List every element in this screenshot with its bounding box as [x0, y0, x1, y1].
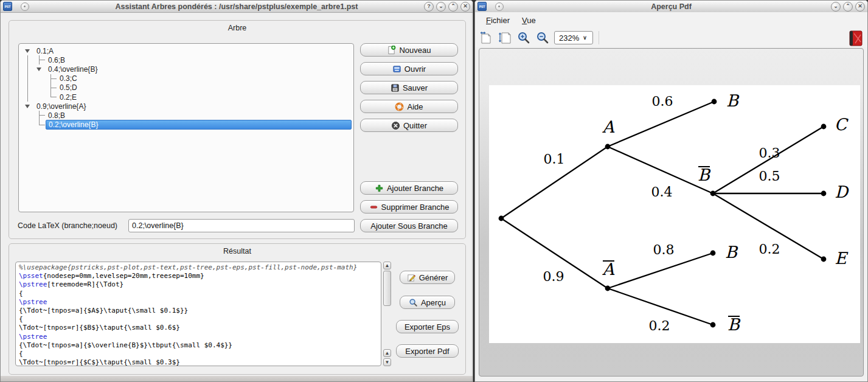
- minus-icon: [369, 203, 378, 212]
- maximize-button[interactable]: ⌃: [843, 2, 853, 12]
- edge-probability-label: 0.8: [653, 242, 675, 257]
- zoom-out-icon[interactable]: [535, 30, 550, 45]
- tree-guide-line: [34, 55, 46, 64]
- pdf-book-icon[interactable]: [848, 30, 864, 47]
- quitter-button[interactable]: Quitter: [360, 119, 458, 132]
- tree-item[interactable]: 0.2;E: [19, 92, 353, 102]
- supprimer-branche-label: Supprimer Branche: [381, 203, 450, 212]
- code-line: {: [19, 350, 378, 358]
- ajouter-branche-button[interactable]: Ajouter Branche: [360, 181, 458, 195]
- fit-page-icon[interactable]: [498, 30, 512, 45]
- tree-item[interactable]: 0.6;B: [19, 55, 353, 64]
- code-line: \psset{nodesep=0mm,levelsep=20mm,treesep…: [19, 272, 378, 280]
- menu-vue[interactable]: Vue: [517, 14, 541, 27]
- new-document-icon: [387, 46, 396, 55]
- edge-probability-label: 0.9: [543, 269, 564, 284]
- edge-probability-label: 0.1: [544, 151, 565, 167]
- tree-list[interactable]: 0.1;A0.6;B0.4;\overline{B}0.3;C0.5;D0.2;…: [18, 43, 354, 212]
- tree-node-dot: [821, 257, 827, 262]
- tree-item[interactable]: 0.8;B: [19, 111, 353, 120]
- apercu-button[interactable]: Aperçu: [400, 296, 455, 309]
- tree-item[interactable]: 0.5;D: [19, 83, 353, 92]
- tree-item[interactable]: 0.1;A: [19, 46, 353, 55]
- exporter-eps-label: Exporter Eps: [404, 322, 450, 332]
- generer-button[interactable]: Générer: [400, 271, 455, 284]
- fit-width-icon[interactable]: [479, 30, 493, 45]
- exporter-eps-button[interactable]: Exporter Eps: [396, 320, 459, 333]
- zoom-in-icon[interactable]: [516, 30, 531, 45]
- zoom-level-value: 232%: [559, 33, 579, 43]
- minimize-button[interactable]: ⌄: [436, 2, 446, 12]
- minimize-button[interactable]: ⌄: [831, 2, 841, 12]
- supprimer-branche-button[interactable]: Supprimer Branche: [360, 200, 458, 214]
- menu-fichier[interactable]: Fichier: [481, 14, 515, 27]
- sauver-button[interactable]: Sauver: [360, 81, 458, 94]
- menubar: FichierVue: [475, 12, 867, 29]
- tree-guide-line: [23, 83, 34, 92]
- tree-item[interactable]: 0.9;\overline{A}: [19, 102, 353, 111]
- expander-icon[interactable]: [34, 64, 46, 74]
- tree-item-label: 0.5;D: [57, 83, 80, 92]
- arbre-group-label: Arbre: [9, 24, 465, 32]
- edge-probability-label: 0.5: [759, 168, 780, 184]
- apercu-pdf-window: PST Aperçu Pdf ⌄ ⌃ ✕ FichierVue: [474, 0, 868, 382]
- code-line: \Tdot~[tnpos=r]{$B$}\taput{\small $0.6$}: [19, 324, 378, 332]
- scroll-up2-icon[interactable]: ▲: [383, 349, 391, 357]
- ajouter-sous-branche-button[interactable]: Ajouter Sous Branche: [360, 219, 458, 232]
- tree-node-dot: [605, 144, 611, 150]
- expander-icon[interactable]: [23, 102, 34, 111]
- code-line: \Tdot~[tnpos=r]{$C$}\taput{\small $0.3$}: [19, 358, 378, 366]
- ouvrir-button[interactable]: Ouvrir: [360, 62, 458, 75]
- node-label: B: [725, 243, 738, 262]
- maximize-button[interactable]: ⌃: [448, 2, 458, 12]
- resultat-group-label: Résultat: [9, 247, 465, 255]
- code-line: {\Tdot~[tnpos=a]{$A$}\taput{\small $0.1$…: [19, 307, 378, 315]
- assistant-titlebar[interactable]: PST Assistant Arbres pondérés : /usr/sha…: [1, 1, 473, 13]
- code-line: \pstree[treemode=R]{\Tdot}: [19, 280, 378, 289]
- close-button[interactable]: ✕: [855, 2, 865, 12]
- zoom-level-combo[interactable]: 232% ∨: [554, 31, 593, 44]
- toolbar-separator: [599, 31, 599, 44]
- quitter-label: Quitter: [403, 121, 427, 130]
- code-latex-input[interactable]: [128, 219, 355, 232]
- scrollbar-thumb[interactable]: [383, 271, 391, 306]
- scroll-up-icon[interactable]: ▲: [383, 262, 391, 269]
- tree-node-dot: [605, 286, 611, 291]
- magnifier-icon: [409, 298, 418, 307]
- scroll-down-icon[interactable]: ▼: [383, 358, 391, 366]
- pencil-icon: [407, 273, 416, 282]
- pdf-toolbar: 232% ∨: [475, 29, 867, 47]
- help-button[interactable]: ?: [424, 2, 434, 12]
- tree-guide-line: [23, 55, 34, 64]
- tree-item-label: 0.3;C: [57, 74, 80, 83]
- tree-item-label: 0.1;A: [34, 47, 56, 55]
- apercu-titlebar[interactable]: PST Aperçu Pdf ⌄ ⌃ ✕: [475, 1, 867, 13]
- tree-item[interactable]: 0.4;\overline{B}: [19, 64, 353, 74]
- nouveau-button[interactable]: Nouveau: [360, 43, 458, 57]
- generer-label: Générer: [419, 273, 448, 282]
- pdf-viewport[interactable]: 0.10.90.60.40.30.50.20.80.2ABBCDEABB: [479, 48, 864, 377]
- node-label: B: [698, 165, 711, 184]
- tree-item-label: 0.6;B: [46, 56, 68, 64]
- aide-button[interactable]: Aide: [360, 100, 458, 113]
- expander-icon[interactable]: [23, 46, 34, 55]
- code-scrollbar[interactable]: ▲ ▲ ▼: [383, 262, 392, 366]
- pdf-diagram: 0.10.90.60.40.30.50.20.80.2ABBCDEABB: [489, 85, 860, 343]
- tree-guide-line: [23, 74, 34, 83]
- tree-item[interactable]: 0.2;\overline{B}: [19, 120, 353, 130]
- window-menu-icon[interactable]: [495, 2, 504, 11]
- tree-guide-line: [34, 92, 46, 102]
- tree-guide-line: [34, 74, 46, 83]
- ajouter-branche-label: Ajouter Branche: [387, 184, 443, 193]
- window-menu-icon[interactable]: [21, 2, 29, 11]
- latex-code-editor[interactable]: %\usepackage{pstricks,pst-plot,pst-text,…: [15, 262, 381, 366]
- node-label: E: [835, 249, 849, 268]
- apercu-label: Aperçu: [421, 298, 446, 307]
- tree-item[interactable]: 0.3;C: [19, 74, 353, 83]
- tree-node-dot: [710, 322, 716, 328]
- edge-probability-label: 0.2: [649, 318, 670, 333]
- code-latex-label: Code LaTeX (branche;noeud): [18, 221, 117, 230]
- close-button[interactable]: ✕: [460, 2, 470, 12]
- exporter-pdf-button[interactable]: Exporter Pdf: [396, 344, 459, 358]
- tree-guide-line: [23, 120, 34, 130]
